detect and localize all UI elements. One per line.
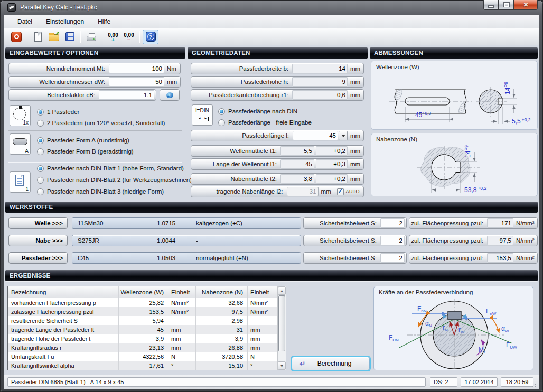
passfeder-sicherheit-input[interactable]: 2	[380, 253, 405, 263]
key-square-icon	[19, 106, 22, 109]
welle-material-button[interactable]: Welle >>>	[8, 217, 68, 229]
auto-label: AUTO	[346, 189, 362, 194]
input-row-kantenbrechung: Passfederkantenbrechung r1: 0,6 mm	[191, 89, 364, 101]
passfeder-sicherheit-row: Sicherheitsbeiwert S: 2	[303, 252, 407, 264]
nabe-material-box: S275JR 1.0044 -	[72, 235, 301, 246]
radio-form-a[interactable]: Passfeder Form A (rundstirnig)	[37, 137, 129, 144]
nabennuttiefe-tolerance: +0,2	[316, 174, 348, 184]
scroll-down-icon[interactable]: ▼	[278, 361, 286, 370]
radio-label: 2 Passfedern (um 120° versetzt, Sonderfa…	[47, 120, 165, 126]
open-file-button[interactable]	[46, 30, 62, 44]
kraefte-diagram: FnN FnW FUN FUW αN αW rN rW Mt	[374, 297, 533, 370]
svg-text:αW: αW	[501, 325, 509, 333]
betriebsfaktor-input[interactable]: 1.1	[99, 90, 154, 100]
material-number: 1.0044	[157, 237, 175, 244]
input-row-passfederhoehe: Passfederhöhe h: 9 mm	[191, 76, 364, 88]
nabe-material-button[interactable]: Nabe >>>	[8, 235, 68, 246]
decimal-remove-button[interactable]: 0,00 −	[121, 30, 137, 44]
nabe-sicherheit-input[interactable]: 2	[380, 236, 405, 245]
radio-2-passfedern[interactable]: 2 Passfedern (um 120° versetzt, Sonderfa…	[37, 119, 165, 127]
passfeder-material-box: C45 1.0503 normalgeglüht (+N)	[72, 252, 301, 264]
radio-1-passfeder[interactable]: 1 Passfeder	[37, 108, 79, 116]
scrollbar-thumb[interactable]	[278, 295, 285, 351]
table-row: Umfangskraft Fu4322,56N3720,58N	[8, 352, 286, 361]
radio-laenge-din[interactable]: Passfederlänge nach DIN	[218, 108, 297, 115]
print-button[interactable]	[83, 30, 99, 44]
help-icon: ?	[146, 32, 156, 42]
maximize-button[interactable]	[499, 0, 514, 10]
kraefte-panel: Kräfte an der Passfederverbindung	[373, 286, 533, 370]
material-treatment: normalgeglüht (+N)	[196, 255, 248, 261]
welle-pressung-row: zul. Flächenpressung pzul: 171 N/mm²	[409, 217, 538, 229]
nabenlaenge-input[interactable]: 31	[287, 187, 319, 196]
radio-icon	[37, 137, 44, 144]
window-controls: ✕	[483, 0, 538, 10]
radio-laenge-frei[interactable]: Passfederlänge - freie Eingabe	[218, 119, 312, 126]
field-label: Wellendurchmesser dW:	[9, 79, 109, 85]
main-content: EINGABEWERTE / OPTIONEN GEOMETRIEDATEN A…	[4, 45, 539, 375]
field-label: zul. Flächenpressung pzul:	[409, 220, 487, 226]
new-file-icon	[34, 32, 42, 42]
passfederlaenge-dropdown[interactable]	[339, 131, 348, 140]
passfederlaenge-input[interactable]: 45	[293, 131, 338, 140]
help-button[interactable]: ?	[143, 30, 158, 44]
new-file-button[interactable]	[30, 30, 46, 44]
maximize-icon	[504, 3, 509, 7]
wellennutlaenge-tolerance: +0,3	[316, 159, 348, 169]
menu-einstellungen[interactable]: Einstellungen	[39, 16, 91, 27]
auto-checkbox[interactable]	[337, 188, 344, 195]
svg-text:FnW: FnW	[486, 308, 497, 316]
unit-label: mm	[348, 161, 362, 167]
close-button[interactable]: ✕	[514, 0, 538, 10]
decimal-add-button[interactable]: 0,00 +	[105, 30, 121, 44]
unit-label: N/mm²	[513, 237, 536, 244]
menu-hilfe[interactable]: Hilfe	[91, 16, 117, 27]
input-row-nenndrehmoment: Nenndrehmoment Mt: 100 Nm	[8, 63, 181, 74]
icon-caption: 1x	[23, 120, 29, 126]
table-scrollbar[interactable]: ▲ ▼	[277, 286, 286, 370]
minimize-icon	[489, 6, 493, 7]
radio-icon	[218, 108, 225, 115]
unit-label: N/mm²	[513, 255, 536, 261]
radio-form-b[interactable]: Passfeder Form B (geradstirnig)	[37, 148, 134, 155]
table-row: tragende Höhe der Passfeder t3,9mm3,9mm	[8, 334, 286, 343]
resize-grip[interactable]	[532, 382, 537, 387]
nenndrehmoment-input[interactable]: 100	[109, 64, 164, 73]
exit-button[interactable]	[8, 30, 24, 44]
input-row-betriebsfaktor: Betriebsfaktor cB: 1.1	[8, 89, 156, 101]
icon-caption: A	[25, 148, 29, 154]
wellenzone-panel: Wellenzone (W) 4	[371, 61, 538, 130]
material-treatment: -	[196, 237, 198, 244]
field-label: Wellennuttiefe t1:	[191, 148, 280, 154]
berechnung-button[interactable]: ↵ Berechnung	[292, 357, 370, 370]
unit-label: mm	[319, 188, 333, 195]
field-label: zul. Flächenpressung pzul:	[409, 255, 487, 261]
wellendurchmesser-input[interactable]: 50	[109, 77, 164, 87]
save-file-button[interactable]	[62, 30, 78, 44]
col-einheit-2: Einheit	[248, 286, 277, 298]
radio-din-blatt-1[interactable]: Passfeder nach DIN-Blatt 1 (hohe Form, S…	[37, 165, 184, 172]
betriebsfaktor-info-button[interactable]: i	[160, 89, 180, 101]
passfeder-form-icon: A	[10, 133, 31, 155]
menu-datei[interactable]: Datei	[11, 16, 39, 27]
welle-sicherheit-input[interactable]: 2	[380, 218, 405, 228]
divider	[8, 130, 182, 131]
svg-text:FUN: FUN	[389, 334, 399, 342]
passfeder-material-button[interactable]: Passfeder >>>	[8, 252, 68, 264]
radio-icon	[37, 109, 44, 116]
col-bezeichnung: Bezeichnung	[8, 286, 119, 298]
radio-label: Passfeder nach DIN-Blatt 3 (niedrige For…	[47, 188, 164, 195]
minimize-button[interactable]	[483, 0, 499, 10]
svg-text:FUW: FUW	[506, 341, 517, 350]
save-icon	[65, 32, 74, 41]
unit-label: Nm	[164, 65, 179, 72]
nabe-sicherheit-row: Sicherheitsbeiwert S: 2	[303, 235, 407, 246]
col-nabenzone: Nabenzone (N)	[196, 286, 248, 298]
unit-label: N/mm²	[513, 220, 536, 226]
radio-din-blatt-2[interactable]: Passfeder nach DIN-Blatt 2 (für Werkzeug…	[37, 176, 192, 184]
wellennuttiefe-tolerance: +0,2	[316, 146, 348, 156]
scroll-up-icon[interactable]: ▲	[278, 286, 286, 295]
radio-din-blatt-3[interactable]: Passfeder nach DIN-Blatt 3 (niedrige For…	[37, 188, 164, 195]
passfederbreite-value: 14	[292, 64, 348, 73]
field-label: zul. Flächenpressung pzul:	[409, 237, 487, 244]
